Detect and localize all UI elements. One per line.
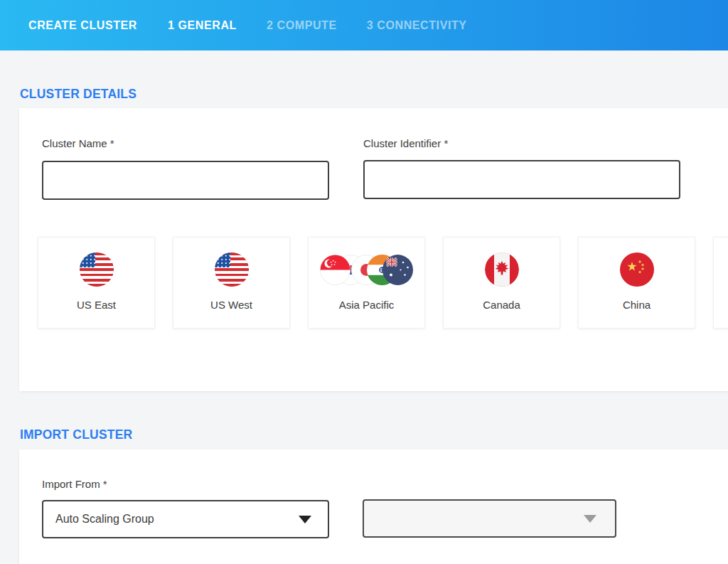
region-card-us-east[interactable]: US East	[38, 237, 155, 329]
caret-down-icon	[299, 516, 311, 523]
asia-pacific-flags-icon	[320, 254, 413, 285]
import-cluster-panel: Import From * Auto Scaling Group	[19, 449, 728, 564]
tab-compute[interactable]: 2 COMPUTE	[267, 19, 337, 32]
us-flag-icon	[215, 252, 249, 287]
region-card-partial[interactable]	[713, 237, 728, 329]
cluster-name-input[interactable]	[42, 161, 329, 200]
region-label: Canada	[444, 299, 560, 311]
region-label: US West	[173, 299, 289, 311]
cluster-details-heading: CLUSTER DETAILS	[20, 87, 136, 102]
tab-general[interactable]: 1 GENERAL	[168, 19, 237, 32]
region-card-canada[interactable]: Canada	[443, 237, 560, 329]
region-label: China	[579, 299, 695, 311]
wizard-topbar: CREATE CLUSTER 1 GENERAL 2 COMPUTE 3 CON…	[0, 0, 728, 50]
region-card-us-west[interactable]: US West	[173, 237, 290, 329]
canada-flag-icon	[485, 252, 519, 287]
us-flag-icon	[80, 252, 114, 287]
import-source-secondary-select[interactable]	[363, 499, 616, 538]
create-cluster-screen: CREATE CLUSTER 1 GENERAL 2 COMPUTE 3 CON…	[0, 0, 728, 564]
tab-connectivity[interactable]: 3 CONNECTIVITY	[367, 19, 467, 32]
caret-down-icon	[584, 515, 596, 523]
region-label: US East	[38, 299, 154, 311]
china-flag-icon	[620, 252, 654, 287]
cluster-identifier-label: Cluster Identifier *	[363, 137, 448, 149]
australia-flag-icon	[382, 255, 413, 285]
cluster-identifier-input[interactable]	[363, 160, 680, 199]
singapore-flag-icon	[320, 255, 350, 285]
region-label: Asia Pacific	[309, 299, 424, 311]
cluster-name-label: Cluster Name *	[42, 137, 114, 149]
region-card-asia-pacific[interactable]: Asia Pacific	[308, 237, 425, 329]
page-title: CREATE CLUSTER	[28, 19, 137, 32]
import-cluster-heading: IMPORT CLUSTER	[20, 427, 132, 442]
import-from-select[interactable]: Auto Scaling Group	[42, 500, 329, 538]
import-from-label: Import From *	[42, 478, 107, 490]
import-from-selected-value: Auto Scaling Group	[43, 513, 154, 526]
region-card-china[interactable]: China	[578, 237, 695, 329]
cluster-details-panel: Cluster Name * Cluster Identifier * US E…	[19, 108, 728, 391]
